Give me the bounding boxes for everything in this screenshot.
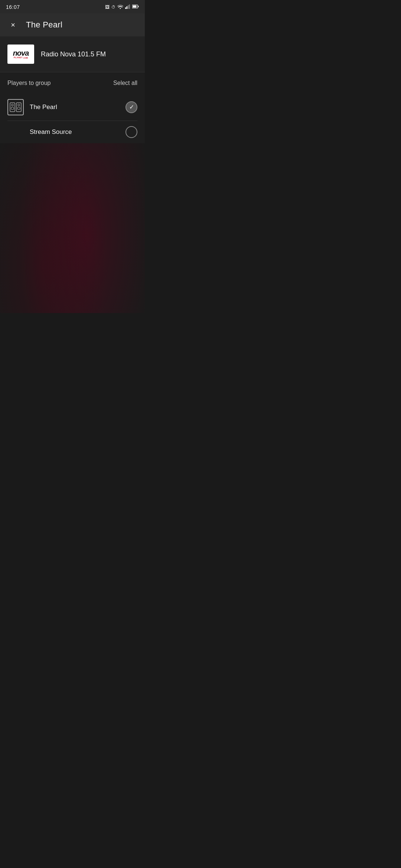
clock-icon: ⏱	[111, 5, 115, 9]
svg-rect-6	[133, 6, 137, 8]
page-title: The Pearl	[26, 20, 62, 30]
bottom-space	[0, 143, 145, 313]
stream-source-checkbox[interactable]	[125, 126, 137, 138]
svg-rect-2	[128, 5, 129, 9]
player-checkbox-checked[interactable]: ✓	[125, 101, 137, 113]
status-bar: 16:07 🖼 ⏱	[0, 0, 145, 13]
station-name: Radio Nova 101.5 FM	[41, 50, 106, 58]
svg-point-12	[17, 107, 20, 110]
battery-icon	[132, 4, 139, 10]
close-button[interactable]: ×	[7, 19, 19, 30]
stream-source-name: Stream Source	[7, 128, 120, 136]
stream-source-item[interactable]: Stream Source	[7, 121, 137, 143]
svg-point-8	[12, 104, 13, 106]
player-item-the-pearl[interactable]: The Pearl ✓	[7, 94, 137, 121]
svg-point-11	[18, 104, 20, 106]
wifi-icon	[117, 4, 123, 10]
players-section: Players to group Select all The Pearl	[0, 72, 145, 143]
svg-rect-1	[127, 6, 128, 9]
speaker-icon	[7, 99, 24, 115]
players-header: Players to group Select all	[7, 80, 137, 86]
select-all-button[interactable]: Select all	[113, 80, 137, 86]
station-logo: nova PLANET .COM	[7, 45, 34, 64]
svg-point-9	[11, 107, 14, 110]
status-time: 16:07	[6, 4, 20, 10]
signal-icon	[125, 4, 130, 10]
player-name: The Pearl	[30, 103, 120, 111]
header: × The Pearl	[0, 13, 145, 36]
image-icon: 🖼	[105, 4, 110, 10]
status-icons: 🖼 ⏱	[105, 4, 139, 10]
svg-rect-5	[138, 6, 139, 7]
svg-rect-3	[129, 4, 130, 9]
svg-rect-0	[125, 7, 126, 9]
now-playing-section: nova PLANET .COM Radio Nova 101.5 FM	[0, 36, 145, 72]
players-label: Players to group	[7, 80, 51, 86]
checkmark-icon: ✓	[129, 104, 134, 110]
